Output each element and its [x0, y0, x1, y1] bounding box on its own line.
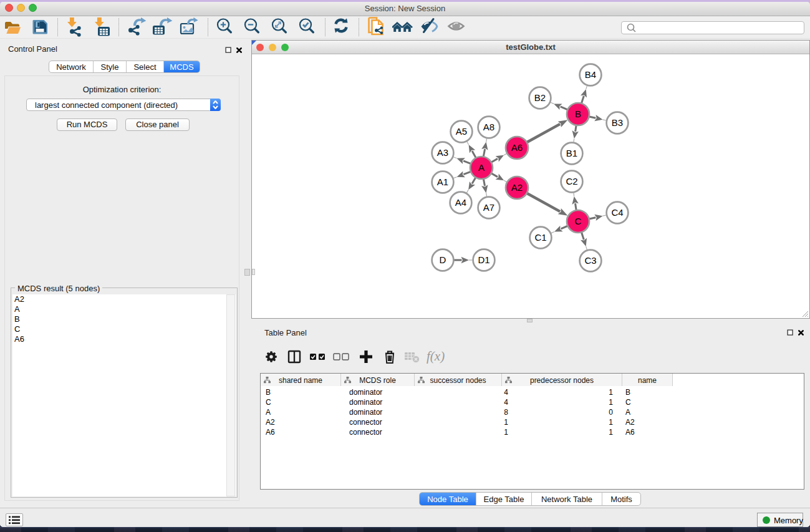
svg-text:B3: B3	[612, 117, 623, 128]
svg-text:B2: B2	[534, 92, 546, 103]
svg-text:D: D	[440, 254, 446, 265]
svg-text:A3: A3	[437, 147, 448, 158]
svg-text:D1: D1	[478, 254, 489, 265]
svg-text:C4: C4	[611, 207, 623, 218]
svg-text:A5: A5	[456, 126, 467, 137]
svg-text:A1: A1	[437, 177, 448, 187]
svg-text:A7: A7	[483, 202, 494, 213]
svg-text:B4: B4	[585, 69, 596, 80]
svg-text:B: B	[575, 109, 581, 119]
svg-text:C: C	[575, 216, 582, 226]
svg-text:A8: A8	[483, 122, 494, 132]
svg-text:A4: A4	[455, 197, 466, 208]
svg-text:A2: A2	[511, 182, 523, 193]
svg-text:f(x): f(x)	[427, 349, 445, 364]
svg-text:A6: A6	[511, 142, 523, 153]
svg-text:C2: C2	[566, 176, 577, 186]
svg-text:C1: C1	[534, 232, 546, 243]
svg-text:C3: C3	[584, 255, 596, 266]
svg-text:B1: B1	[566, 148, 577, 158]
svg-text:A: A	[478, 162, 485, 173]
